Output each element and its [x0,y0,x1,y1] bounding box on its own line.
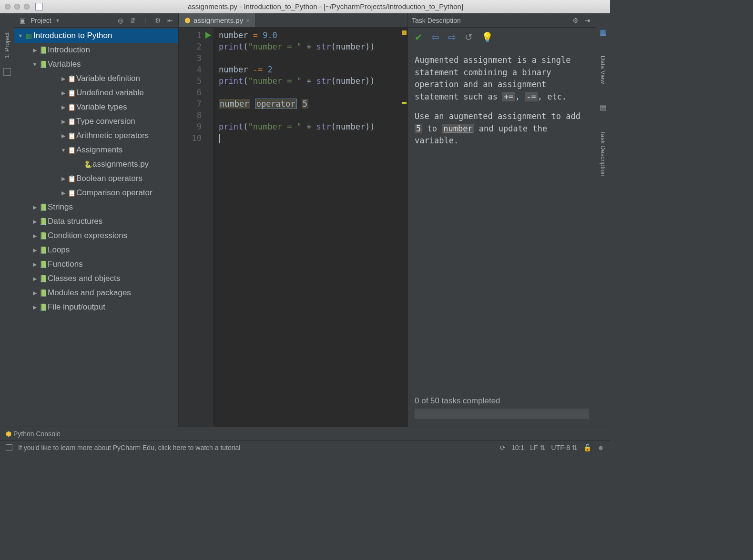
tree-arrow-icon[interactable]: ▶ [60,119,67,125]
zoom-window-icon[interactable] [24,4,30,10]
lesson-icon: 📗 [38,289,48,297]
tree-arrow-icon[interactable]: ▼ [31,61,38,67]
close-window-icon[interactable] [5,4,10,10]
tree-item[interactable]: ▶📋Undefined variable [14,86,178,100]
tree-item[interactable]: ▶📗Modules and packages [14,286,178,300]
tree-item[interactable]: ▶📗Introduction [14,43,178,57]
tree-arrow-icon[interactable]: ▶ [31,247,38,253]
tree-arrow-icon[interactable]: ▶ [31,261,38,268]
tree-arrow-icon[interactable]: ▶ [31,219,38,225]
run-gutter-icon[interactable]: 1 [179,30,213,41]
right-tool-rail: ▦ Data View ▤ Task Description [596,13,610,427]
python-console-button[interactable]: ⬢ Python Console [6,430,61,438]
locate-icon[interactable]: ◎ [116,16,125,25]
answer-placeholder-operator[interactable]: operator [255,99,297,109]
project-panel-title: Project [31,17,51,24]
tree-arrow-icon[interactable]: ▶ [60,176,67,182]
task-description-tool-button[interactable]: Task Description [600,131,607,176]
tree-item[interactable]: ▶📗Strings [14,200,178,214]
status-hint-text[interactable]: If you'd like to learn more about PyChar… [18,444,240,451]
tree-item[interactable]: ▶📋Comparison operator [14,186,178,200]
code-analysis-marker[interactable] [402,30,407,35]
tree-root-label: Introduction to Python [33,31,112,40]
line-separator[interactable]: LF⇅ [530,444,545,451]
line-number: 9 [179,121,213,132]
inspector-icon[interactable]: ☻ [597,444,604,451]
tree-item[interactable]: ▶📗Data structures [14,214,178,229]
task-description-icon[interactable]: ▤ [600,103,607,112]
next-task-icon[interactable]: ⇨ [448,31,456,43]
tree-item[interactable]: ▶📗File input/output [14,300,178,314]
course-icon: ▥ [24,32,33,40]
tree-arrow-icon[interactable]: ▶ [60,90,67,96]
data-view-tool-button[interactable]: Data View [600,56,607,84]
task-panel-title: Task Description [412,17,461,24]
answer-placeholder-var[interactable]: number [219,99,250,109]
tree-item[interactable]: ▶📗Functions [14,257,178,271]
tree-item[interactable]: ▶📋Arithmetic operators [14,129,178,143]
lesson-icon: 📗 [38,275,48,282]
tree-item-label: Introduction [48,45,90,55]
task-icon: 📋 [67,89,76,97]
caret-position[interactable]: 10:1 [511,444,524,451]
tree-arrow-icon[interactable]: ▶ [60,104,67,110]
lock-icon[interactable]: 🔓 [583,444,591,451]
tree-arrow-icon[interactable]: ▶ [31,276,38,282]
gear-icon[interactable]: ⚙ [153,16,162,25]
collapse-all-icon[interactable]: ⇵ [129,16,137,25]
check-task-icon[interactable]: ✔ [415,31,423,43]
tree-item[interactable]: ▶📋Type conversion [14,114,178,129]
chevron-down-icon[interactable]: ▼ [55,18,61,23]
progress-label: 0 of 50 tasks completed [415,396,589,406]
answer-placeholder-value[interactable]: 5 [302,99,308,109]
tree-arrow-icon[interactable]: ▼ [60,147,67,153]
project-view-icon[interactable]: ▣ [18,16,27,25]
task-progress: 0 of 50 tasks completed [408,392,596,427]
hide-panel-icon[interactable]: ⇤ [166,16,174,25]
tree-item[interactable]: ▼📗Variables [14,57,178,71]
code-content[interactable]: number = 9.0 print("number = " + str(num… [213,28,407,427]
tree-arrow-icon[interactable]: ▶ [60,76,67,82]
project-tree[interactable]: ▼ ▥ Introduction to Python ▶📗Introductio… [14,28,178,427]
tree-item[interactable]: ▶📋Variable types [14,100,178,114]
tree-arrow-icon[interactable]: ▶ [60,133,67,139]
data-view-icon[interactable]: ▦ [600,28,607,37]
project-panel: ▣ Project ▼ ◎ ⇵ | ⚙ ⇤ ▼ ▥ Introduction t… [14,13,179,427]
python-icon: 🐍 [83,160,92,168]
close-tab-icon[interactable]: × [246,17,250,24]
minimize-window-icon[interactable] [14,4,20,10]
tree-item[interactable]: ▼📋Assignments [14,143,178,157]
hint-icon[interactable]: 💡 [481,31,493,43]
tree-arrow-icon[interactable]: ▶ [31,47,38,53]
line-number: 2 [179,41,213,52]
tree-arrow-icon[interactable]: ▶ [31,290,38,296]
tree-item[interactable]: ▶📗Classes and objects [14,271,178,286]
tree-item[interactable]: ▶📋Variable definition [14,71,178,86]
python-file-icon: ⬢ [184,16,191,25]
task-panel-header: Task Description ⚙ ⇥ [408,13,596,28]
task-icon: 📋 [67,189,76,197]
sync-icon[interactable]: ⟳ [500,444,506,451]
code-editor[interactable]: 1 2 3 4 5 6 7 8 9 10 number = 9.0 print(… [179,28,407,427]
tree-root[interactable]: ▼ ▥ Introduction to Python [14,29,178,43]
tree-arrow-icon[interactable]: ▶ [31,304,38,310]
hide-panel-icon[interactable]: ⇥ [583,16,592,25]
tree-item[interactable]: ▶📗Loops [14,243,178,257]
file-encoding[interactable]: UTF-8⇅ [551,444,578,451]
editor-tab[interactable]: ⬢ assignments.py × [179,13,256,27]
tree-item[interactable]: ▶📗Condition expressions [14,229,178,243]
project-tool-button[interactable]: 1: Project [3,32,10,59]
chevron-down-icon[interactable]: ▼ [17,33,24,39]
tree-item[interactable]: ▶📋Boolean operators [14,171,178,186]
tool-window-quick-access-icon[interactable] [6,444,12,451]
structure-tool-icon[interactable] [3,68,11,76]
tree-arrow-icon[interactable]: ▶ [60,190,67,196]
reset-task-icon[interactable]: ↺ [465,31,473,43]
tree-arrow-icon[interactable]: ▶ [31,204,38,210]
previous-task-icon[interactable]: ⇦ [431,31,439,43]
warning-marker[interactable] [402,102,407,104]
tree-arrow-icon[interactable]: ▶ [31,233,38,239]
gear-icon[interactable]: ⚙ [571,16,580,25]
tree-item-label: assignments.py [92,160,149,169]
tree-item[interactable]: 🐍assignments.py [14,157,178,171]
